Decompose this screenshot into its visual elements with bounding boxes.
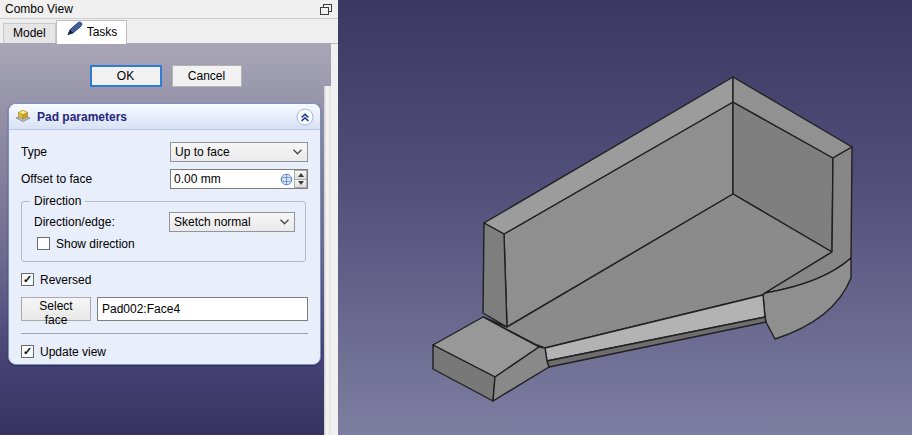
- part-face-left-end: [483, 223, 507, 327]
- offset-label: Offset to face: [21, 172, 170, 186]
- freecad-window: Combo View Model Tasks: [0, 0, 912, 435]
- select-face-button[interactable]: Select face: [21, 297, 91, 321]
- expression-icon[interactable]: [280, 173, 293, 186]
- tab-tasks[interactable]: Tasks: [56, 20, 128, 44]
- collapse-section-icon[interactable]: [296, 108, 314, 126]
- offset-stepper: [294, 170, 307, 188]
- direction-group-title: Direction: [30, 194, 85, 208]
- panel-title: Combo View: [5, 2, 73, 16]
- reversed-checkbox[interactable]: ✓: [21, 273, 34, 286]
- float-window-icon[interactable]: [318, 2, 333, 16]
- offset-spinbox[interactable]: 0.00 mm: [170, 169, 308, 189]
- chevron-down-icon: [293, 149, 302, 155]
- combo-view-titlebar: Combo View: [0, 0, 338, 19]
- direction-edge-combobox[interactable]: Sketch normal: [169, 212, 295, 232]
- update-view-label[interactable]: Update view: [40, 345, 106, 359]
- spin-down-icon[interactable]: [294, 180, 307, 189]
- section-divider: [21, 333, 308, 334]
- spin-up-icon[interactable]: [294, 170, 307, 180]
- 3d-viewport[interactable]: [338, 0, 912, 435]
- pad-parameters-body: Type Up to face Offset to face 0.00 mm: [9, 130, 320, 359]
- chevron-down-icon: [280, 219, 289, 225]
- update-view-checkbox[interactable]: ✓: [21, 345, 34, 358]
- pen-icon: [66, 21, 83, 44]
- show-direction-checkbox[interactable]: [37, 237, 50, 250]
- selected-face-field[interactable]: [97, 297, 308, 321]
- reversed-label[interactable]: Reversed: [40, 273, 91, 287]
- part-model[interactable]: [433, 77, 852, 401]
- type-value: Up to face: [171, 145, 293, 159]
- direction-edge-value: Sketch normal: [170, 215, 280, 229]
- task-action-buttons: OK Cancel: [0, 43, 331, 87]
- offset-value: 0.00 mm: [171, 172, 280, 186]
- combo-view-tabbar: Model Tasks: [0, 19, 338, 44]
- panel-splitter[interactable]: [324, 86, 331, 435]
- pad-icon: [15, 107, 31, 126]
- type-combobox[interactable]: Up to face: [170, 142, 308, 162]
- direction-edge-label: Direction/edge:: [34, 215, 169, 229]
- cancel-button[interactable]: Cancel: [172, 65, 242, 87]
- show-direction-label[interactable]: Show direction: [56, 237, 135, 251]
- pad-parameters-title: Pad parameters: [37, 110, 296, 124]
- combo-view-panel: Combo View Model Tasks: [0, 0, 338, 435]
- tasks-panel: OK Cancel Pad parameters: [0, 43, 331, 435]
- ok-button[interactable]: OK: [90, 65, 162, 87]
- tab-model[interactable]: Model: [3, 23, 56, 43]
- pad-parameters-dialog: Pad parameters Type Up to face: [8, 103, 321, 365]
- 3d-viewport-canvas: [338, 0, 912, 435]
- direction-group: Direction Direction/edge: Sketch normal: [21, 201, 306, 262]
- type-label: Type: [21, 145, 170, 159]
- pad-parameters-header: Pad parameters: [9, 104, 320, 130]
